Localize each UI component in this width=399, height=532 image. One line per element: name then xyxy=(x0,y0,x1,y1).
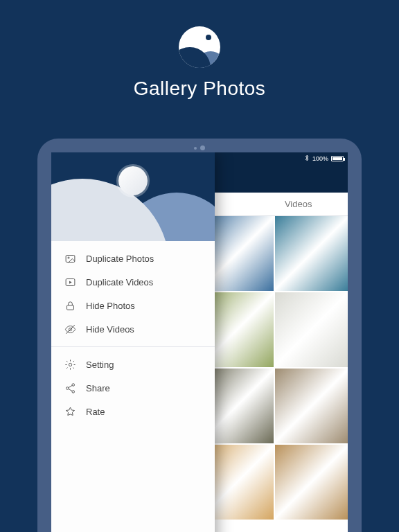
device-screen: 100% Photos Music Videos Duplicate P xyxy=(51,152,348,532)
brand-header: Gallery Photos xyxy=(0,26,399,100)
svg-point-6 xyxy=(69,363,71,366)
menu-hide-photos[interactable]: Hide Photos xyxy=(51,294,215,317)
photo-thumb[interactable] xyxy=(275,445,348,520)
svg-point-8 xyxy=(66,387,69,389)
app-logo xyxy=(179,26,220,68)
svg-point-9 xyxy=(71,390,74,393)
menu-item-label: Rate xyxy=(86,407,105,417)
tab-videos[interactable]: Videos xyxy=(249,193,348,215)
navigation-drawer: Duplicate Photos Duplicate Videos Hide P… xyxy=(51,152,215,532)
svg-point-7 xyxy=(71,383,74,386)
menu-item-label: Setting xyxy=(86,360,114,370)
svg-point-1 xyxy=(67,257,69,258)
menu-duplicate-photos[interactable]: Duplicate Photos xyxy=(51,247,215,270)
video-icon xyxy=(64,276,76,288)
eye-off-icon xyxy=(64,323,76,335)
app-title: Gallery Photos xyxy=(0,78,399,100)
svg-rect-3 xyxy=(66,305,73,309)
photo-thumb[interactable] xyxy=(275,292,348,367)
menu-item-label: Duplicate Photos xyxy=(86,254,154,264)
image-icon xyxy=(64,252,76,265)
menu-hide-videos[interactable]: Hide Videos xyxy=(51,317,215,341)
photo-thumb[interactable] xyxy=(275,216,348,291)
menu-item-label: Share xyxy=(86,383,110,393)
gear-icon xyxy=(64,358,76,371)
menu-setting[interactable]: Setting xyxy=(51,353,215,376)
tablet-camera xyxy=(194,145,205,150)
drawer-group-tools: Duplicate Photos Duplicate Videos Hide P… xyxy=(51,241,215,346)
photo-thumb[interactable] xyxy=(275,369,348,443)
svg-line-11 xyxy=(68,389,71,391)
menu-item-label: Hide Photos xyxy=(86,301,135,311)
svg-line-10 xyxy=(68,385,71,387)
share-icon xyxy=(64,382,76,394)
drawer-hero xyxy=(51,152,215,241)
drawer-group-meta: Setting Share Rate xyxy=(51,346,215,429)
menu-share[interactable]: Share xyxy=(51,376,215,400)
tablet-frame: 100% Photos Music Videos Duplicate P xyxy=(37,139,362,532)
battery-percent: 100% xyxy=(312,155,328,162)
bluetooth-icon xyxy=(304,154,310,163)
menu-item-label: Duplicate Videos xyxy=(86,277,153,287)
lock-icon xyxy=(64,299,76,312)
menu-rate[interactable]: Rate xyxy=(51,400,215,423)
star-icon xyxy=(64,405,76,418)
menu-duplicate-videos[interactable]: Duplicate Videos xyxy=(51,270,215,294)
svg-line-5 xyxy=(66,325,75,334)
battery-icon xyxy=(331,156,344,161)
menu-item-label: Hide Videos xyxy=(86,324,134,335)
